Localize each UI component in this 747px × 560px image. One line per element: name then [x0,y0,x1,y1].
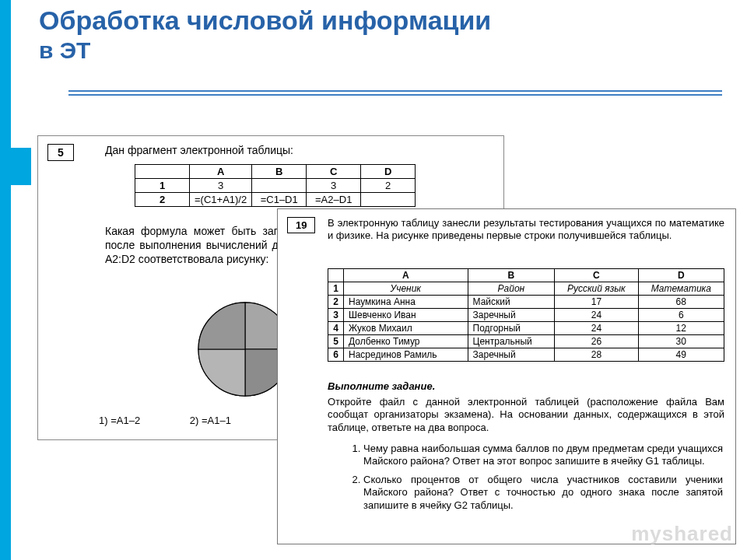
table-cell: D [638,269,724,282]
title-line2: в ЭТ [39,37,491,65]
table-cell: 3 [307,179,361,193]
table-cell: A [190,165,252,179]
task5-number: 5 [47,144,74,161]
accent-stripe [0,0,11,560]
table-cell: Жуков Михаил [344,322,468,335]
table-cell [252,179,307,193]
table-cell: 3 [190,179,252,193]
task19-questions: Чему равна наибольшая сумма баллов по дв… [349,443,723,517]
table-cell: 2 [361,179,416,193]
accent-stripe-small [0,148,31,185]
table-cell: 12 [638,322,724,335]
table-cell: B [468,269,555,282]
table-cell: Ученик [344,282,468,296]
table-cell: Насрединов Рамиль [344,348,468,362]
table-cell: Шевченко Иван [344,309,468,322]
table-cell: 24 [555,309,638,322]
title-rule-2 [68,94,722,96]
table-cell: Майский [468,296,555,309]
table-cell: 6 [638,309,724,322]
table-cell: 5 [328,335,344,348]
answer-option: 1) =A1–2 [99,415,140,426]
task19-q2: Сколько процентов от общего числа участн… [363,474,723,512]
task19-table: A B C D 1 Ученик Район Русский язык Мате… [328,268,724,362]
table-cell: 6 [328,348,344,362]
table-cell: Наумкина Анна [344,296,468,309]
table-cell [135,165,190,179]
table-cell: 1 [135,179,190,193]
table-cell [361,193,416,207]
title-rule-1 [68,90,722,92]
table-cell: Русский язык [555,282,638,296]
table-cell: 4 [328,322,344,335]
task19-instruction: Откройте файл с данной электронной табли… [328,396,724,434]
task5-prompt: Дан фрагмент электронной таблицы: [105,144,293,156]
table-cell: 2 [328,296,344,309]
task19-subhead: Выполните задание. [328,380,435,392]
task19-q1: Чему равна наибольшая сумма баллов по дв… [363,443,723,468]
table-cell: Подгорный [468,322,555,335]
table-cell: Заречный [468,348,555,362]
table-cell: D [361,165,416,179]
table-cell: 30 [638,335,724,348]
table-cell: 49 [638,348,724,362]
table-cell: 24 [555,322,638,335]
task19-intro: В электронную таблицу занесли результаты… [328,217,724,243]
table-cell: 3 [328,309,344,322]
table-cell: 2 [135,193,190,207]
table-cell: =C1–D1 [252,193,307,207]
task5-answers: 1) =A1–2 2) =A1–1 [99,415,278,426]
table-cell: =(C1+A1)/2 [190,193,252,207]
table-cell: 17 [555,296,638,309]
table-cell [328,269,344,282]
task19-box: 19 В электронную таблицу занесли результ… [277,208,736,544]
table-cell: 68 [638,296,724,309]
table-cell: B [252,165,307,179]
table-cell: C [555,269,638,282]
table-cell: Долбенко Тимур [344,335,468,348]
table-cell: Район [468,282,555,296]
task5-table: A B C D 1 3 3 2 2 =(C1+A1)/2 =C1–D1 =A2–… [135,164,416,207]
table-cell: =A2–D1 [307,193,361,207]
table-cell: Математика [638,282,724,296]
task19-number: 19 [287,217,315,233]
page-title: Обработка числовой информации в ЭТ [39,5,491,65]
table-cell: A [344,269,468,282]
title-line1: Обработка числовой информации [39,5,491,37]
table-cell: 28 [555,348,638,362]
table-cell: Заречный [468,309,555,322]
table-cell: Центральный [468,335,555,348]
table-cell: C [307,165,361,179]
table-cell: 26 [555,335,638,348]
table-cell: 1 [328,282,344,296]
answer-option: 2) =A1–1 [190,415,231,426]
